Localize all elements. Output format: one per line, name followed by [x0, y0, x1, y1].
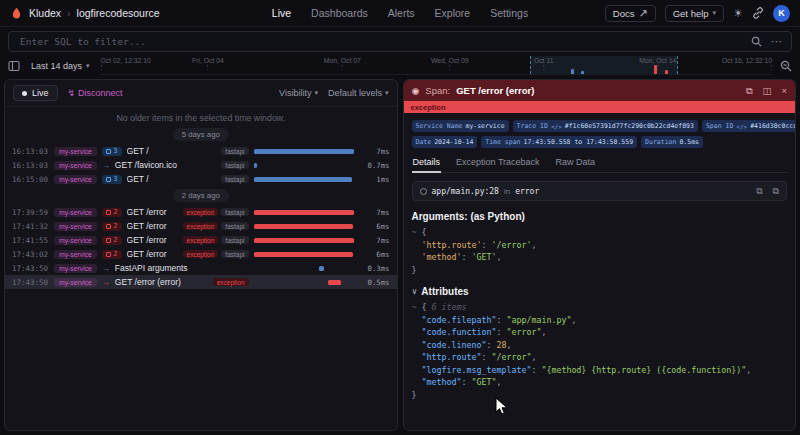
chevron-down-icon: ▾ — [713, 9, 717, 17]
trace-row[interactable]: 17:41:55my-service2GET /errorexceptionfa… — [5, 233, 397, 247]
meta-span-id: Span ID</>#416d30c0ccd46cd0 — [702, 120, 796, 132]
span-count-icon — [106, 177, 111, 182]
service-tag: my-service — [54, 250, 97, 259]
trace-row[interactable]: 17:43:02my-service2GET /errorexceptionfa… — [5, 247, 397, 261]
trace-duration: 7ms — [363, 147, 390, 156]
theme-toggle-icon[interactable]: ☀ — [733, 8, 743, 19]
trace-time: 17:41:55 — [12, 236, 49, 245]
live-button[interactable]: Live — [13, 85, 58, 101]
detail-tabs: DetailsException TracebackRaw Data — [412, 154, 788, 173]
trace-duration: 7ms — [363, 208, 390, 217]
service-tag: my-service — [54, 264, 97, 273]
trace-time: 17:39:59 — [12, 208, 49, 217]
levels-dropdown[interactable]: Default levels ▾ — [328, 88, 389, 98]
trace-duration: 1ms — [363, 175, 390, 184]
get-help-button[interactable]: Get help ▾ — [665, 5, 724, 22]
tag-pill: exception — [213, 278, 249, 286]
span-count-badge: 2 — [102, 208, 122, 217]
code-line: "http.route": "/error", — [412, 351, 788, 364]
chevron-down-icon: ∨ — [412, 287, 418, 296]
tag-pill: fastapi — [221, 175, 248, 183]
duration-bar — [254, 238, 355, 243]
span-count-badge: 2 — [102, 250, 122, 259]
timeline-tick: Mon, Oct 07 — [324, 57, 361, 72]
nav-settings[interactable]: Settings — [490, 7, 528, 19]
panel-toggle-icon[interactable] — [8, 60, 20, 72]
service-tag: my-service — [54, 222, 97, 231]
trace-label: GET /error — [127, 249, 167, 259]
tab-raw-data[interactable]: Raw Data — [555, 154, 597, 173]
dock-panel-icon[interactable]: ◫ — [762, 85, 771, 96]
nav-live[interactable]: Live — [272, 7, 291, 19]
copy-link-icon[interactable]: ⧉ — [746, 85, 753, 97]
code-icon: </> — [551, 123, 562, 130]
trace-duration: 6ms — [363, 222, 390, 231]
docs-button[interactable]: Docs ↗ — [605, 5, 656, 22]
traces-toolbar: Live ↯ Disconnect Visibility ▾ Default l… — [5, 80, 397, 107]
trace-row[interactable]: 17:41:32my-service2GET /errorexceptionfa… — [5, 219, 397, 233]
span-header-label: Span: — [425, 85, 450, 96]
tag-pill: fastapi — [221, 147, 248, 155]
more-options-icon[interactable]: ⋯ — [771, 35, 782, 48]
copy-icon[interactable]: ⧉ — [756, 186, 762, 197]
span-count-badge: 2 — [102, 236, 122, 245]
tab-exception-traceback[interactable]: Exception Traceback — [455, 154, 541, 173]
trace-row[interactable]: 17:43:50my-service→GET /error (error)exc… — [5, 275, 397, 289]
trace-duration: 6ms — [363, 250, 390, 259]
duration-bar — [254, 149, 355, 154]
attributes-heading[interactable]: ∨ Attributes — [412, 286, 788, 297]
span-detail-header: ◉ Span: GET /error (error) ⧉ ◫ × — [404, 80, 796, 101]
main-nav: LiveDashboardsAlertsExploreSettings — [272, 0, 528, 27]
app-root: Kludex › logfirecodesource LiveDashboard… — [0, 0, 800, 435]
code-line: } — [412, 389, 788, 402]
close-icon[interactable]: × — [781, 85, 787, 96]
trace-row[interactable]: 16:13:03my-service→GET /favicon.icofasta… — [5, 158, 397, 172]
meta-trace-id: Trace ID</>#f1c60e57391d77fc290c0b22cd4e… — [513, 120, 698, 132]
code-line: "logfire.msg_template": "{method} {http.… — [412, 364, 788, 377]
service-tag: my-service — [54, 147, 97, 156]
source-function: error — [515, 187, 539, 196]
span-count-icon — [106, 224, 111, 229]
breadcrumb-chevron-icon: › — [67, 7, 71, 19]
zoom-out-icon[interactable] — [780, 60, 792, 72]
duration-bar — [254, 177, 353, 182]
trace-time: 16:15:00 — [12, 175, 49, 184]
empty-message: No older items in the selected time wind… — [5, 107, 397, 125]
nav-alerts[interactable]: Alerts — [388, 7, 415, 19]
trace-row[interactable]: 16:13:03my-service3GET /fastapi7ms — [5, 144, 397, 158]
share-link-icon[interactable] — [752, 7, 764, 19]
service-tag: my-service — [54, 161, 97, 170]
chevron-down-icon: ▾ — [314, 89, 318, 97]
time-range-dropdown[interactable]: Last 14 days ▾ — [28, 59, 93, 73]
visibility-dropdown[interactable]: Visibility ▾ — [279, 88, 318, 98]
code-line: ~ { 6 items — [412, 301, 788, 314]
trace-label: GET /error — [127, 235, 167, 245]
trace-time: 17:43:50 — [12, 264, 49, 273]
avatar[interactable]: K — [773, 5, 790, 22]
file-icon — [420, 188, 427, 195]
tag-pill: fastapi — [221, 161, 248, 169]
copy-icon[interactable]: ⧉ — [773, 186, 779, 197]
external-link-icon: ↗ — [638, 8, 647, 19]
topbar: Kludex › logfirecodesource LiveDashboard… — [0, 0, 800, 27]
tab-details[interactable]: Details — [412, 154, 442, 173]
source-location[interactable]: app/main.py:28 in error ⧉ ⧉ — [412, 181, 788, 201]
trace-list: 5 days ago16:13:03my-service3GET /fastap… — [5, 125, 397, 289]
nav-explore[interactable]: Explore — [435, 7, 471, 19]
project-name[interactable]: logfirecodesource — [77, 7, 160, 19]
trace-label: GET /error — [127, 221, 167, 231]
trace-row[interactable]: 16:15:00my-service3GET /fastapi1ms — [5, 172, 397, 186]
sql-filter-input[interactable] — [18, 35, 742, 48]
trace-row[interactable]: 17:43:50my-service→FastAPI arguments0.3m… — [5, 261, 397, 275]
nav-dashboards[interactable]: Dashboards — [311, 7, 368, 19]
timeline[interactable]: Oct 02, 12:32:10Fri, Oct 04Mon, Oct 07We… — [101, 56, 772, 75]
tag-pill: exception — [183, 222, 219, 230]
trace-row[interactable]: 17:39:59my-service2GET /errorexceptionfa… — [5, 205, 397, 219]
service-tag: my-service — [54, 208, 97, 217]
trace-time: 16:13:03 — [12, 161, 49, 170]
arguments-heading[interactable]: Arguments: (as Python) — [412, 211, 788, 222]
trace-label: FastAPI arguments — [115, 263, 188, 273]
org-name[interactable]: Kludex — [29, 7, 61, 19]
disconnect-button[interactable]: ↯ Disconnect — [68, 88, 123, 98]
search-icon[interactable] — [751, 36, 762, 47]
